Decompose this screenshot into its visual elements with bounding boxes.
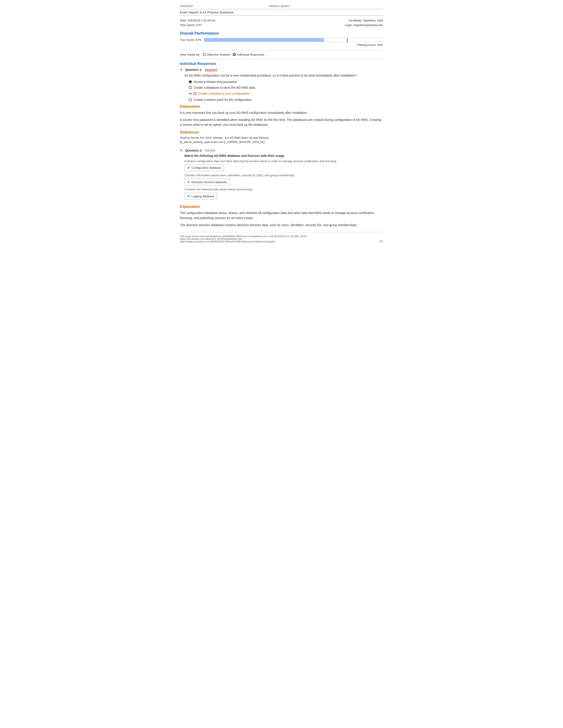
match-answer-1: ✔ Configuration database (184, 165, 224, 171)
objective-analysis-option[interactable]: Objective Analysis (203, 53, 230, 56)
individual-responses-section: Individual Responses ▼ Question 1: Incor… (180, 62, 383, 228)
date-label: Date: 4/30/2019 1:41:29 am (180, 18, 215, 23)
individual-responses-option[interactable]: Individual Responses (233, 53, 264, 56)
question-1-header: ▼ Question 1: Incorrect (180, 68, 383, 71)
question-2-block: ▼ Question 2: Correct Match the followin… (180, 149, 383, 228)
radio-1-3[interactable] (193, 92, 196, 95)
footer: This study source was downloaded by 1000… (180, 232, 383, 243)
page-number: 1/2 (379, 240, 383, 243)
answer-1-4-text: Create a restore point for the configura… (194, 98, 252, 101)
match-answer-2: ✔ Directory services database (184, 179, 229, 185)
checkmark-3: ✔ (187, 194, 190, 198)
page-date: 4/30/2019 (180, 4, 193, 8)
answer-1-2: Create a database to store the AD RMS da… (189, 86, 383, 89)
passing-score-label: Passing Score: 80% (357, 43, 383, 47)
explanation-q1-p2: A Cluster Key password is identified whe… (180, 117, 383, 127)
answer-1-3: ➡ Create a backup of your configuration. (189, 92, 383, 96)
footer-url1[interactable]: https://cdn.testout.com/client-v5-1-10-5… (180, 238, 307, 240)
match-answer-2-text: Directory services database (191, 180, 227, 184)
answer-1-4: Create a restore point for the configura… (189, 98, 383, 101)
meta-row: Date: 4/30/2019 1:41:29 am Time Spent: 0… (180, 18, 383, 28)
checkmark-2: ✔ (187, 180, 190, 184)
explanation-q2-p1: The configuration database stores, share… (180, 210, 383, 220)
footer-study-note: This study source was downloaded by 1000… (180, 235, 307, 238)
triangle-icon-q2: ▼ (180, 149, 182, 152)
question-2-label: Question 2: (185, 149, 202, 152)
site-name: TestOut LabSim (269, 4, 290, 8)
match-description-3: Contains the historical data about clien… (184, 188, 383, 191)
match-answer-3: ✔ Logging database (184, 193, 217, 199)
question-2-text: Match the following AD RMS database and … (184, 154, 383, 158)
view-results-label: View results by: (180, 53, 200, 56)
answer-1-1: Create a Cluster Key password. (189, 80, 383, 84)
individual-responses-label: Individual Responses (237, 53, 264, 56)
question-1-status[interactable]: Incorrect (205, 68, 217, 71)
overall-performance-title: Overall Performance (180, 31, 383, 36)
radio-individual[interactable] (233, 53, 236, 56)
exam-title: Exam Report: 8.4.4 Practice Questions (180, 11, 233, 14)
radio-1-2[interactable] (189, 86, 192, 89)
passing-marker (347, 38, 348, 43)
score-label: Your Score: 67% (180, 38, 201, 41)
footer-url2[interactable]: https://www.coursehero.com/file/49238317… (180, 240, 307, 243)
candidate-label: Candidate: Sapelkina, Iuliia (345, 18, 383, 23)
progress-bar (204, 38, 383, 42)
time-spent-label: Time Spent: 0:57 (180, 23, 215, 28)
question-1-block: ▼ Question 1: Incorrect An AD RMS config… (180, 68, 383, 144)
references-q1-title: References (180, 130, 383, 134)
overall-performance-section: Overall Performance Your Score: 67% Pass… (180, 31, 383, 47)
explanation-q1-p1: It is very important that you back up yo… (180, 110, 383, 115)
answer-1-2-text: Create a database to store the AD RMS da… (194, 86, 256, 89)
individual-responses-title: Individual Responses (180, 62, 383, 66)
question-2-header: ▼ Question 2: Correct (180, 149, 383, 152)
triangle-icon-q1: ▼ (180, 68, 182, 71)
explanation-q2-title: Explanation (180, 205, 383, 209)
radio-1-4[interactable] (189, 98, 192, 101)
checkmark-1: ✔ (187, 166, 190, 170)
question-1-label: Question 1: (185, 68, 202, 71)
progress-fill (204, 38, 324, 42)
answer-1-3-text: Create a backup of your configuration. (198, 92, 250, 95)
radio-1-1[interactable] (189, 80, 192, 83)
login-label: Login: isapelkina@alaska.edu (345, 23, 383, 28)
explanation-q2-p2: The directory services database contains… (180, 223, 383, 227)
match-answer-1-text: Configuration database (191, 166, 221, 169)
question-2-status: Correct (205, 149, 215, 152)
arrow-1-3: ➡ (189, 92, 192, 96)
radio-objective[interactable] (203, 53, 206, 56)
question-1-text: An AD RMS configuration can be a very co… (184, 73, 383, 78)
references-q1-text: TestOut Server Pro 2016: Identity - 8.4 … (180, 136, 383, 144)
match-description-1: Contains configuration data and other da… (184, 159, 383, 163)
answer-1-1-text: Create a Cluster Key password. (194, 80, 237, 84)
match-description-2: Contains information about users, identi… (184, 173, 383, 177)
objective-analysis-label: Objective Analysis (207, 53, 230, 56)
explanation-q1-title: Explanation (180, 105, 383, 109)
view-results-row: View results by: Objective Analysis Indi… (180, 53, 383, 56)
match-answer-3-text: Logging database (191, 195, 214, 198)
